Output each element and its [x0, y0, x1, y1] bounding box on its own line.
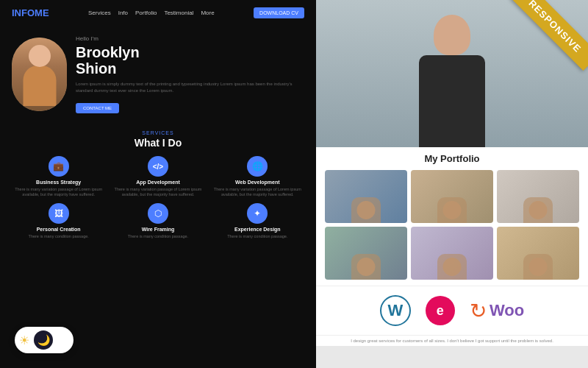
experience-icon: ✦: [247, 203, 268, 224]
web-dev-icon: 🌐: [247, 156, 268, 177]
nav-links: Services Info Portfolio Testimonial More: [88, 10, 215, 16]
service-desc-business: There is many variation passage of Lorem…: [12, 187, 105, 197]
responsive-badge-container: RESPONSIVE: [500, 0, 588, 88]
left-panel: INFOME Services Info Portfolio Testimoni…: [0, 0, 316, 368]
services-title: What I Do: [12, 137, 304, 149]
person-head: [434, 15, 470, 55]
app-dev-icon: </>: [148, 156, 168, 177]
service-name-personal: Personal Creation: [12, 227, 105, 232]
service-desc-wireframe: There is many condition passage.: [111, 234, 204, 239]
service-name-web: Web Development: [211, 180, 304, 185]
website-mockup: INFOME Services Info Portfolio Testimoni…: [0, 0, 316, 368]
hero-text: Hello I'm Brooklyn Shion Lorem ipsum is …: [76, 35, 304, 113]
download-cv-button[interactable]: DOWNLOAD CV: [254, 7, 304, 18]
sun-icon: ☀: [19, 333, 29, 347]
right-panel: RESPONSIVE My Portfolio W e ↻ Woo: [316, 0, 588, 368]
wireframe-icon: ⬡: [148, 203, 168, 224]
info-bar-text: I design great services for customers of…: [351, 339, 553, 343]
hero-name: Brooklyn Shion: [76, 44, 304, 77]
services-grid-row1: 💼 Business Strategy There is many variat…: [12, 156, 304, 197]
service-item-experience: ✦ Experience Design There is many condit…: [211, 203, 304, 239]
portfolio-item-1[interactable]: [325, 170, 407, 223]
hero-section: Hello I'm Brooklyn Shion Lorem ipsum is …: [0, 26, 316, 121]
woo-text: Woo: [490, 301, 524, 320]
personal-icon: 🖼: [49, 203, 69, 224]
portfolio-item-6[interactable]: [497, 227, 579, 280]
portfolio-title: My Portfolio: [325, 153, 579, 164]
elementor-logo: e: [426, 296, 455, 325]
responsive-badge-label: RESPONSIVE: [511, 0, 588, 71]
portfolio-section: My Portfolio: [316, 147, 588, 286]
logo-accent: ME: [35, 7, 49, 18]
person-body: [419, 55, 485, 147]
wordpress-logo: W: [380, 295, 411, 326]
nav-link-portfolio[interactable]: Portfolio: [135, 10, 157, 16]
hero-description: Lorem ipsum is simply dummy text of the …: [76, 81, 304, 93]
service-item-personal: 🖼 Personal Creation There is many condit…: [12, 203, 105, 239]
portfolio-grid: [325, 170, 579, 280]
service-item-app: </> App Development There is many variat…: [111, 156, 204, 197]
mock-nav: INFOME Services Info Portfolio Testimoni…: [0, 0, 316, 26]
main-container: INFOME Services Info Portfolio Testimoni…: [0, 0, 588, 368]
nav-link-more[interactable]: More: [201, 10, 214, 16]
logo-text: INFO: [12, 7, 35, 18]
service-desc-personal: There is many condition passage.: [12, 234, 105, 239]
service-item-wireframe: ⬡ Wire Framing There is many condition p…: [111, 203, 204, 239]
info-bar: I design great services for customers of…: [316, 335, 588, 346]
service-desc-experience: There is many condition passage.: [211, 234, 304, 239]
service-name-business: Business Strategy: [12, 180, 105, 185]
theme-toggle[interactable]: ☀ 🌙: [15, 327, 74, 353]
portfolio-item-3[interactable]: [497, 170, 579, 223]
hero-greeting: Hello I'm: [76, 35, 304, 42]
services-section: SERVICES What I Do 💼 Business Strategy T…: [0, 121, 316, 245]
nav-link-services[interactable]: Services: [88, 10, 111, 16]
hero-avatar: [12, 38, 67, 111]
service-name-wireframe: Wire Framing: [111, 227, 204, 232]
nav-link-info[interactable]: Info: [118, 10, 128, 16]
moon-icon: 🌙: [34, 330, 53, 350]
business-icon: 💼: [49, 156, 69, 177]
services-grid-row2: 🖼 Personal Creation There is many condit…: [12, 203, 304, 239]
service-item-business: 💼 Business Strategy There is many variat…: [12, 156, 105, 197]
bottom-logos-bar: W e ↻ Woo: [316, 286, 588, 335]
portfolio-item-5[interactable]: [411, 227, 493, 280]
refresh-icon: ↻: [470, 299, 487, 323]
services-subtitle: SERVICES: [12, 130, 304, 135]
service-name-app: App Development: [111, 180, 204, 185]
portfolio-item-2[interactable]: [411, 170, 493, 223]
service-item-web: 🌐 Web Development There is many variatio…: [211, 156, 304, 197]
service-name-experience: Experience Design: [211, 227, 304, 232]
service-desc-web: There is many variation passage of Lorem…: [211, 187, 304, 197]
person-silhouette: [408, 15, 496, 147]
contact-me-button[interactable]: CONTACT ME: [76, 103, 119, 113]
woo-logo-container: ↻ Woo: [470, 299, 524, 323]
service-desc-app: There is many variation passage of Lorem…: [111, 187, 204, 197]
site-logo: INFOME: [12, 7, 49, 18]
portfolio-item-4[interactable]: [325, 227, 407, 280]
nav-link-testimonial[interactable]: Testimonial: [164, 10, 193, 16]
